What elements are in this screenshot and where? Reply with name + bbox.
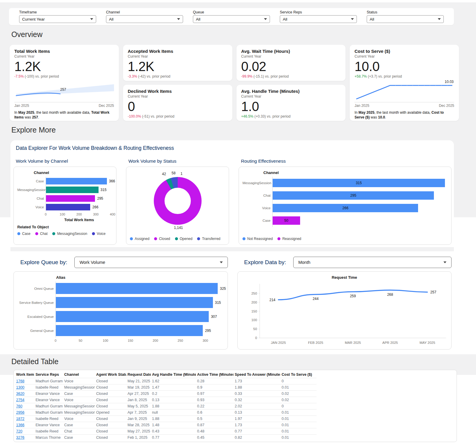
work-item-link[interactable]: 1366 [15, 422, 34, 428]
donut-label-transferred: 58 [172, 171, 176, 175]
work-item-link[interactable]: 1768 [15, 378, 34, 384]
table-row: 2956Madhuri GurramMessagingSessionOpened… [15, 409, 317, 416]
filter-queue-select[interactable]: All [193, 15, 270, 23]
work-item-link[interactable]: 3620 [15, 391, 34, 397]
kpi-value: 10.0 [354, 60, 454, 73]
svg-text:250: 250 [251, 292, 257, 295]
bar-Voice[interactable] [46, 204, 90, 210]
bar-Case[interactable] [46, 178, 107, 184]
bar-row: Omni Queue325 [17, 281, 224, 295]
explore-data-by-select[interactable]: Month [293, 257, 452, 268]
bar-Case[interactable]: 50 [273, 216, 300, 225]
legend-item-Closed[interactable]: Closed [154, 237, 170, 241]
chevron-down-icon [220, 261, 223, 263]
bar-value-label: 50 [284, 218, 288, 223]
bar-row: Voice266 [242, 202, 448, 214]
kpi-value: 1.2K [128, 60, 228, 73]
bar-track: 50 [272, 214, 448, 227]
table-row: 1366Eleanor VanceCaseClosedMar 28, 20251… [15, 422, 317, 428]
chart-title-routing-effectiveness: Routing Effectiveness [241, 158, 452, 164]
legend-item-Not Reassigned[interactable]: Not Reassigned [242, 237, 273, 241]
work-volume-by-status-chart: 42 58 1 1,141 AssignedClosedOpenedTransf… [126, 167, 229, 245]
legend-item-Chat[interactable]: Chat [35, 232, 47, 236]
filter-channel: Channel All [106, 10, 183, 23]
legend-item-Reassigned[interactable]: Reassigned [277, 237, 301, 241]
explore-queue-by-select[interactable]: Work Volume [74, 257, 228, 268]
work-volume-by-channel-chart: Channel Case366MessagingSession315Chat29… [13, 167, 116, 245]
bar-Service Battery Queue[interactable] [56, 297, 213, 308]
table-cell: 0.01 [280, 422, 317, 428]
filter-timeframe-select[interactable]: Current Year [19, 15, 96, 23]
table-cell: 0.82 [234, 435, 280, 441]
bar-MessagingSession[interactable] [46, 187, 99, 193]
column-header-request-date[interactable]: Request Date [126, 371, 151, 378]
x-axis-ticks: 0100200300400 [46, 212, 113, 217]
table-cell: Isabelle Reed [34, 428, 63, 435]
work-item-link[interactable]: 760 [15, 403, 34, 409]
bar-value-label: 315 [101, 188, 107, 192]
kpi-card-cost-to-serve: Cost to Serve ($) Current Year 10.0 +58.… [350, 45, 459, 121]
data-point-label: 259 [350, 294, 356, 298]
bar-track: 266 [46, 203, 113, 211]
line-chart-plot: 050100150200250214244259268257JAN 2025FE… [241, 280, 448, 346]
explore-data-by-value: Month [298, 260, 310, 265]
table-cell: 0.77 [151, 435, 196, 441]
bar-Escalated Queue[interactable] [56, 311, 209, 322]
column-header-active-time-minutes-[interactable]: Active Time (Minutes) [196, 371, 234, 378]
detailed-table-card: Work ItemService RepsChannelAgent Work S… [13, 370, 457, 442]
legend-item-Case[interactable]: Case [17, 232, 30, 236]
x-axis-tick: 200 [76, 213, 82, 216]
table-cell: 0.87 [196, 422, 234, 428]
table-cell: May 5, 2025 [126, 403, 151, 409]
table-cell: MessagingSession [63, 403, 95, 409]
bar-General Queue[interactable] [56, 325, 203, 336]
work-item-link[interactable]: 1872 [15, 416, 34, 422]
table-cell: 0.33 [234, 391, 280, 397]
legend-item-Opened[interactable]: Opened [175, 237, 193, 241]
table-cell: 0.32 [234, 397, 280, 403]
legend-item-MessagingSession[interactable]: MessagingSession [52, 232, 87, 236]
kpi-period: Current Year [14, 54, 114, 58]
table-cell: Closed [95, 416, 126, 422]
column-header-agent-work-status[interactable]: Agent Work Status [95, 371, 126, 378]
work-item-link[interactable]: 720 [15, 428, 34, 435]
detailed-table: Work ItemService RepsChannelAgent Work S… [15, 371, 317, 441]
section-divider [10, 247, 454, 251]
table-row: 3620Eleanor VanceCaseClosedApr 27, 20250… [15, 391, 317, 397]
bar-Omni Queue[interactable] [56, 283, 218, 294]
table-cell: 0.01 [280, 409, 317, 416]
work-item-link[interactable]: 1300 [15, 384, 34, 391]
legend-item-Assigned[interactable]: Assigned [130, 237, 149, 241]
filter-channel-select[interactable]: All [106, 15, 183, 23]
work-item-link[interactable]: 3276 [15, 435, 34, 441]
kpi-title: Avg. Wait Time (Hours) [241, 49, 341, 54]
bar-Voice[interactable]: 266 [273, 204, 418, 212]
work-item-link[interactable]: 2754 [15, 397, 34, 403]
filter-status-select[interactable]: All [367, 15, 444, 23]
filter-service-reps-select[interactable]: All [280, 15, 357, 23]
bar-Chat[interactable] [46, 195, 95, 202]
donut-label-closed: 1,141 [174, 226, 183, 230]
column-header-avg-handle-time-minutes-[interactable]: Avg Handle Time (Minutes) [151, 371, 196, 378]
table-cell: Feb 1, 2025 [126, 435, 151, 441]
table-cell: May 21, 2025 [126, 378, 151, 384]
table-cell: 0.9 [196, 384, 234, 391]
kpi-card-total-work-items: Total Work Items Current Year 1.2K -7.5%… [10, 45, 119, 121]
legend-dot-icon [35, 232, 38, 235]
work-item-link[interactable]: 2956 [15, 409, 34, 416]
column-header-cost-to-serve-[interactable]: Cost To Serve ($) [280, 371, 317, 378]
legend-item-Voice[interactable]: Voice [92, 232, 105, 236]
bar-Chat[interactable]: 295 [273, 191, 434, 200]
bar-track: 315 [272, 177, 448, 189]
column-header-service-reps[interactable]: Service Reps [34, 371, 63, 378]
legend-item-Transferred[interactable]: Transferred [197, 237, 220, 241]
table-cell: Apr 27, 2025 [126, 391, 151, 397]
bar-MessagingSession[interactable]: 315 [273, 179, 445, 187]
bar-category-label: MessagingSession [242, 181, 272, 185]
bar-value-label: 266 [343, 206, 348, 210]
x-axis-tick: 200 [153, 339, 158, 342]
column-header-speed-to-answer-minutes-[interactable]: Speed To Answer (Minutes) [234, 371, 280, 378]
kpi-title: Declined Work Items [128, 89, 228, 94]
column-header-work-item[interactable]: Work Item [15, 371, 34, 378]
column-header-channel[interactable]: Channel [63, 371, 95, 378]
